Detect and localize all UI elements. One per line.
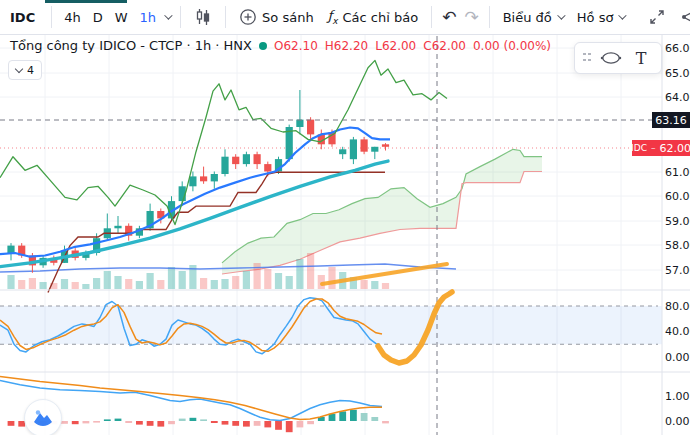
price-tick: 66.00 — [665, 42, 690, 55]
price-tick: 40.00 — [665, 325, 690, 338]
indicators-label: Các chỉ báo — [343, 10, 419, 25]
price-tick: 0.00 — [665, 415, 690, 428]
compare-button[interactable]: So sánh — [232, 3, 321, 31]
text-tool-icon: T — [636, 49, 647, 68]
symbol-button[interactable]: IDC — [0, 10, 45, 25]
price-tick: 57.00 — [665, 264, 690, 277]
ellipse-icon — [600, 50, 622, 66]
last-price-separator: – — [651, 143, 656, 153]
profile-menu-label: Hồ sơ — [577, 10, 614, 25]
indicators-button[interactable]: ƒx Các chỉ báo — [321, 3, 426, 31]
drag-handle[interactable] — [582, 51, 592, 65]
last-price-value: 62.00 — [659, 142, 690, 155]
ellipse-tool-button[interactable] — [596, 45, 626, 71]
toolbar-separator — [180, 6, 181, 28]
timeframe-1d[interactable]: D — [87, 10, 109, 25]
toolbar-separator — [489, 6, 490, 28]
toolbar-separator — [51, 6, 52, 28]
fx-icon: ƒx — [328, 8, 338, 26]
chevron-down-icon — [557, 11, 565, 19]
market-status-dot-icon — [259, 42, 267, 50]
loading-strip — [45, 0, 127, 3]
floating-draw-toolbar: T — [574, 42, 662, 74]
undo-icon[interactable]: ↶ — [438, 7, 460, 27]
chevron-down-icon[interactable] — [164, 11, 172, 19]
symbol-title[interactable]: Tổng công ty IDICO - CTCP · 1h · HNX — [10, 38, 252, 53]
top-toolbar: IDC 4h D W 1h So sánh ƒx C — [0, 0, 690, 35]
fullscreen-button[interactable] — [641, 3, 673, 31]
chevron-down-icon — [619, 11, 627, 19]
broker-logo — [24, 399, 62, 435]
price-tick: 64.00 — [665, 91, 690, 104]
low-value: L62.00 — [375, 39, 416, 53]
trading-app: IDC 4h D W 1h So sánh ƒx C — [0, 0, 690, 435]
last-price-tag: IDC — [631, 143, 647, 153]
redo-icon[interactable]: ↷ — [460, 7, 482, 27]
candlestick-icon — [194, 8, 212, 26]
timeframe-4h[interactable]: 4h — [58, 10, 87, 25]
price-tick: 0.00 — [665, 351, 690, 364]
price-tick: 65.00 — [665, 67, 690, 80]
chart-menu-label: Biểu đồ — [503, 10, 552, 25]
crosshair-price-label: 63.16 — [652, 112, 690, 128]
share-button[interactable] — [673, 3, 690, 31]
symbol-legend: Tổng công ty IDICO - CTCP · 1h · HNX O62… — [10, 38, 551, 53]
toolbar-separator — [431, 6, 432, 28]
profile-menu-button[interactable]: Hồ sơ — [570, 3, 632, 31]
indicators-collapse-button[interactable]: 4 — [8, 60, 42, 80]
price-tick: 1.00 — [665, 390, 690, 403]
chart-type-button[interactable] — [187, 3, 219, 31]
price-tick: 58.00 — [665, 239, 690, 252]
price-tick: 60.00 — [665, 190, 690, 203]
chevron-down-icon — [15, 64, 23, 72]
price-tick: 80.00 — [665, 300, 690, 313]
ohlc-values: O62.10 H62.20 L62.00 C62.00 0.00 (0.00%) — [274, 39, 551, 53]
high-value: H62.20 — [325, 39, 368, 53]
price-tick: 59.00 — [665, 215, 690, 228]
share-icon — [680, 8, 690, 26]
collapsed-count: 4 — [27, 64, 34, 77]
mountain-logo-icon — [31, 406, 55, 430]
compare-label: So sánh — [262, 10, 314, 25]
crosshair-price-value: 63.16 — [655, 114, 687, 127]
price-tick: 61.00 — [665, 166, 690, 179]
last-price-label: IDC – 62.00 — [632, 140, 690, 156]
chart-menu-button[interactable]: Biểu đồ — [496, 3, 570, 31]
open-value: O62.10 — [274, 39, 318, 53]
plus-circle-icon — [239, 8, 257, 26]
timeframe-1w[interactable]: W — [109, 10, 134, 25]
text-tool-button[interactable]: T — [626, 45, 656, 71]
timeframe-1h[interactable]: 1h — [134, 10, 163, 25]
fullscreen-icon — [648, 8, 666, 26]
change-value: 0.00 (0.00%) — [473, 39, 551, 53]
toolbar-separator — [225, 6, 226, 28]
close-value: C62.00 — [423, 39, 466, 53]
